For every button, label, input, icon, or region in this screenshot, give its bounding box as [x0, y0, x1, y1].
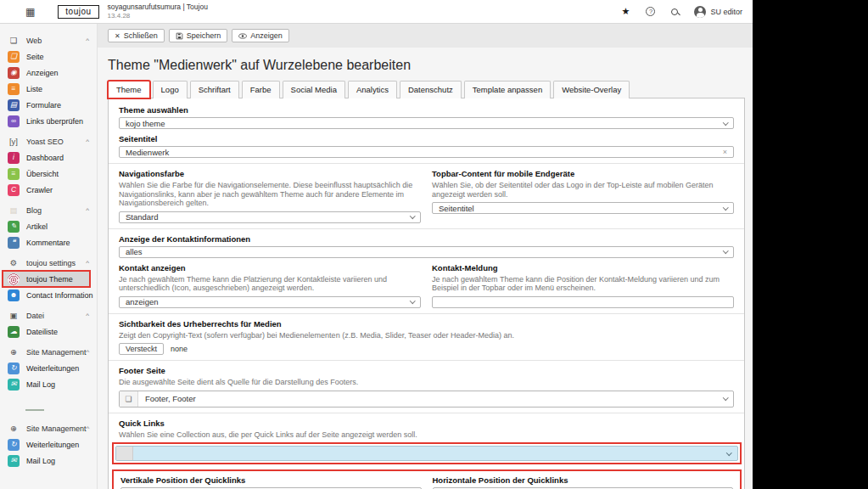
contacts-icon: ☻	[8, 289, 20, 301]
sidebar-section-yoast-seo[interactable]: [y] Yoast SEO ^	[0, 133, 97, 149]
sidebar-item-weiterleitungen-2[interactable]: ↻ Weiterleitungen	[0, 436, 97, 452]
quick-links-select[interactable]	[115, 446, 738, 461]
bookmark-star-icon[interactable]: ★	[622, 6, 630, 17]
sidebar-item-dateiliste[interactable]: ☁ Dateiliste	[0, 323, 97, 340]
topbar-content-select[interactable]: Seitentitel	[432, 202, 734, 214]
sidebar-section-site-management[interactable]: ⊕ Site Management ^	[0, 344, 97, 360]
tab-datenschutz[interactable]: Datenschutz	[400, 81, 462, 98]
help-icon[interactable]: ?	[646, 7, 655, 16]
sidebar-item-dashboard[interactable]: i Dashboard	[0, 149, 97, 166]
sidebar-item-mail-log-2[interactable]: ✉ Mail Log	[0, 452, 97, 469]
doc-button-bar: ✕ Schließen Speichern Anzeigen	[98, 24, 753, 48]
field-footer-seite: Footer Seite Die ausgewählte Seite dient…	[119, 366, 734, 408]
toggle-state-label: none	[171, 345, 188, 353]
sidebar-section-blog[interactable]: ▤ Blog ^	[0, 202, 97, 218]
kontakt-meldung-input[interactable]	[432, 296, 734, 308]
eye-icon	[238, 33, 247, 39]
cloud-icon: ☁	[8, 326, 20, 338]
kontaktinfo-select[interactable]: alles	[119, 246, 734, 258]
site-name: soyagunsarufutsumura | Toujou	[108, 3, 208, 12]
navigationsfarbe-select[interactable]: Standard	[119, 211, 421, 223]
sidebar-item-mail-log[interactable]: ✉ Mail Log	[0, 376, 97, 392]
modules-grid-icon[interactable]: ▦	[25, 7, 35, 17]
chevron-down-icon	[723, 248, 728, 253]
sidebar-divider	[0, 404, 97, 416]
user-menu[interactable]: SU editor	[694, 6, 742, 18]
sidebar-item-links-ueberpruefen[interactable]: ∞ Links überprüfen	[0, 113, 97, 129]
page-icon: ❏	[8, 51, 20, 63]
divider	[109, 163, 744, 164]
theme-select[interactable]: kojo theme	[119, 117, 734, 129]
sidebar-item-uebersicht[interactable]: ≡ Übersicht	[0, 166, 97, 182]
tab-schriftart[interactable]: Schriftart	[190, 81, 239, 98]
chevron-down-icon	[723, 395, 728, 400]
toujou-logo[interactable]: toujou	[58, 5, 98, 19]
sidebar-item-seite[interactable]: ❏ Seite	[0, 48, 97, 65]
field-quick-links: Quick Links Wählen Sie eine Collection a…	[119, 419, 734, 465]
redirect-icon: ↻	[8, 439, 20, 451]
sidebar-item-liste[interactable]: ≡ Liste	[0, 81, 97, 97]
field-topbar-content: Topbar-Content für mobile Endgeräte Wähl…	[432, 169, 734, 223]
chevron-up-icon: ^	[86, 259, 89, 267]
tab-website-overlay[interactable]: Website-Overlay	[553, 81, 630, 98]
chevron-down-icon	[726, 450, 731, 455]
globe-icon: ⊕	[8, 347, 20, 357]
view-button[interactable]: Anzeigen	[232, 29, 289, 42]
divider	[109, 413, 744, 413]
divider	[109, 313, 744, 314]
tab-template-anpassen[interactable]: Template anpassen	[464, 81, 551, 98]
field-navigationsfarbe: Navigationsfarbe Wählen Sie die Farbe fü…	[119, 169, 421, 223]
sidebar-item-contact-information[interactable]: ☻ Contact Information	[0, 287, 97, 303]
sidebar-section-toujou-settings[interactable]: ⚙ toujou settings ^	[0, 255, 97, 271]
field-vertikale-position: Vertikale Position der Quicklinks Unten	[120, 475, 422, 489]
kontakt-anzeigen-select[interactable]: anzeigen	[119, 296, 421, 308]
sidebar-item-formulare[interactable]: ▤ Formulare	[0, 97, 97, 113]
sidebar-section-web[interactable]: ❏ Web ^	[0, 32, 97, 48]
chevron-up-icon: ^	[86, 312, 89, 319]
chevron-up-icon: ^	[87, 424, 90, 432]
sidebar-section-site-management-2[interactable]: ⊕ Site Management ^	[0, 420, 97, 436]
annotation-quick-links	[112, 442, 742, 464]
row-navigation: Navigationsfarbe Wählen Sie die Farbe fü…	[119, 169, 734, 223]
mail-icon: ✉	[8, 379, 20, 391]
link-icon: ∞	[8, 115, 20, 127]
sidebar-item-artikel[interactable]: ✎ Artikel	[0, 218, 97, 234]
form-panel: Theme auswählen kojo theme Seitentitel M…	[108, 98, 745, 489]
field-kontakt-anzeigen: Kontakt anzeigen Je nach gewähltem Theme…	[119, 263, 421, 308]
chevron-down-icon	[410, 213, 415, 218]
clear-input-icon[interactable]: ×	[723, 148, 727, 156]
sidebar-item-kommentare[interactable]: ❝ Kommentare	[0, 234, 97, 250]
field-horizontale-position: Horizontale Position der Quicklinks Rech…	[433, 475, 734, 489]
field-urheberrecht: Sichtbarkeit des Urheberrechts für Medie…	[119, 319, 734, 356]
sidebar-item-weiterleitungen[interactable]: ↻ Weiterleitungen	[0, 360, 97, 376]
overview-icon: ≡	[8, 168, 20, 180]
gear-icon: ⚙	[8, 258, 20, 267]
chevron-down-icon	[723, 205, 728, 210]
tab-social-media[interactable]: Social Media	[283, 81, 345, 98]
close-button[interactable]: ✕ Schließen	[108, 29, 165, 42]
seitentitel-input[interactable]: Medienwerk ×	[119, 146, 734, 158]
list-icon: ≡	[8, 83, 20, 95]
versteckt-toggle[interactable]: Versteckt	[119, 343, 164, 355]
field-kontaktinformationen: Anzeige der Kontaktinformationen alles	[119, 234, 734, 258]
tab-logo[interactable]: Logo	[153, 81, 188, 98]
site-meta: soyagunsarufutsumura | Toujou 13.4.28	[108, 3, 208, 20]
tab-farbe[interactable]: Farbe	[242, 81, 280, 98]
field-kontakt-meldung: Kontakt-Meldung Je nach gewähltem Theme …	[432, 263, 734, 308]
sidebar-item-anzeigen[interactable]: ◉ Anzeigen	[0, 65, 97, 81]
tab-analytics[interactable]: Analytics	[348, 81, 397, 98]
footer-seite-select[interactable]: ❏ Footer, Footer	[119, 391, 734, 408]
search-icon[interactable]	[671, 8, 678, 15]
comment-icon: ❝	[8, 237, 20, 249]
annotation-quicklinks-position: Vertikale Position der Quicklinks Unten …	[112, 469, 742, 489]
fingerprint-icon	[8, 273, 20, 285]
row-kontakt: Kontakt anzeigen Je nach gewähltem Theme…	[119, 263, 734, 308]
globe-icon: ⊕	[8, 424, 20, 433]
tab-theme[interactable]: Theme	[108, 81, 150, 98]
sidebar-item-toujou-theme[interactable]: toujou Theme	[3, 271, 90, 287]
blog-icon: ▤	[8, 205, 20, 215]
sidebar-item-crawler[interactable]: C Crawler	[0, 182, 97, 198]
save-button[interactable]: Speichern	[169, 29, 228, 42]
chevron-up-icon: ^	[86, 138, 89, 145]
sidebar-section-datei[interactable]: ▣ Datei ^	[0, 307, 97, 323]
